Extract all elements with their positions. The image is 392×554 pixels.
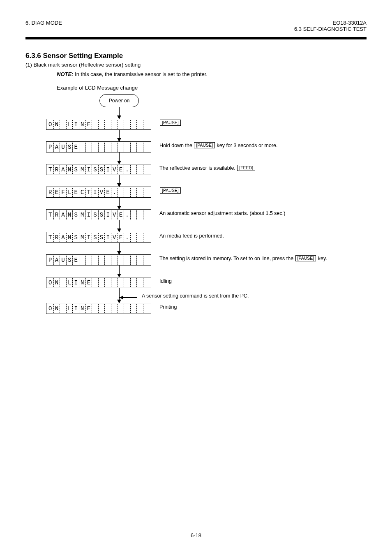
lcd-display: TRANSMISSIVE. — [46, 209, 151, 220]
lcd-cell — [118, 143, 125, 152]
lcd-cell — [143, 233, 150, 242]
flow-row: PAUSE Hold down the [PAUSE] key for 3 se… — [46, 141, 354, 152]
lcd-cell: A — [60, 165, 67, 174]
lcd-cell — [118, 256, 125, 265]
lcd-cell: . — [124, 233, 131, 242]
lcd-cell: E — [86, 120, 92, 129]
lcd-cell — [92, 304, 99, 313]
lcd-cell — [137, 256, 143, 265]
lcd-cell — [131, 278, 137, 287]
example-title: Example of LCD Message change — [57, 85, 367, 91]
lcd-cell: S — [92, 165, 99, 174]
lcd-cell: I — [105, 165, 111, 174]
keycap: [PAUSE] — [160, 120, 181, 126]
lcd-cell — [124, 143, 131, 152]
lcd-cell — [92, 278, 99, 287]
lcd-cell — [143, 256, 150, 265]
lcd-cell: O — [47, 304, 54, 313]
lcd-cell — [111, 256, 118, 265]
start-label: Power on — [109, 98, 130, 104]
flow-row: TRANSMISSIVE. An automatic sensor adjust… — [46, 209, 354, 220]
lcd-cell: S — [99, 210, 105, 219]
lcd-cell: I — [105, 210, 111, 219]
note-label: NOTE: — [57, 71, 73, 77]
lcd-cell: I — [86, 165, 92, 174]
keycap: [FEED] — [237, 165, 255, 171]
lcd-cell: S — [67, 143, 73, 152]
lcd-cell: S — [67, 256, 73, 265]
lcd-cell: E — [73, 188, 79, 197]
lcd-cell — [118, 120, 125, 129]
lcd-cell: E — [118, 165, 125, 174]
lcd-cell — [124, 256, 131, 265]
lcd-cell: I — [86, 210, 92, 219]
lcd-display: ON LINE — [46, 303, 151, 314]
lcd-cell: S — [99, 165, 105, 174]
start-node: Power on — [99, 94, 139, 107]
lcd-cell: L — [67, 188, 73, 197]
lcd-cell: A — [60, 210, 67, 219]
lcd-cell — [143, 188, 150, 197]
lcd-display: REFLECTIVE. — [46, 187, 151, 198]
lcd-cell: T — [47, 210, 54, 219]
lcd-cell: I — [86, 233, 92, 242]
lcd-cell: P — [47, 143, 54, 152]
lcd-cell: M — [79, 210, 86, 219]
lcd-cell: N — [54, 120, 60, 129]
lcd-cell: O — [47, 120, 54, 129]
arrow-down — [119, 265, 120, 277]
lcd-cell: R — [54, 233, 60, 242]
side-input-label: A sensor setting command is sent from th… — [142, 293, 249, 299]
header-doc-id: EO18-33012A — [294, 20, 367, 26]
flow-label: An automatic sensor adjustment starts. (… — [159, 209, 285, 217]
lcd-cell: . — [111, 188, 118, 197]
lcd-cell: T — [47, 233, 54, 242]
lcd-cell — [92, 256, 99, 265]
lcd-cell — [111, 278, 118, 287]
flow-row: TRANSMISSIVE. An media feed is performed… — [46, 232, 354, 243]
lcd-display: TRANSMISSIVE. — [46, 232, 151, 243]
lcd-cell: P — [47, 256, 54, 265]
lcd-cell — [118, 188, 125, 197]
lcd-cell — [143, 165, 150, 174]
lcd-cell: O — [47, 278, 54, 287]
lcd-cell — [99, 304, 105, 313]
note: NOTE: In this case, the transmissive sen… — [57, 71, 367, 77]
lcd-cell — [60, 304, 67, 313]
lcd-cell — [118, 304, 125, 313]
lcd-cell — [111, 304, 118, 313]
lcd-cell — [99, 256, 105, 265]
keycap: [PAUSE] — [160, 187, 181, 194]
lcd-cell: T — [47, 165, 54, 174]
lcd-cell: N — [79, 120, 86, 129]
lcd-cell: A — [54, 256, 60, 265]
lcd-cell — [124, 120, 131, 129]
lcd-cell: V — [111, 233, 118, 242]
keycap: [PAUSE] — [295, 255, 316, 261]
page-number: 6-18 — [0, 532, 392, 538]
arrow-down — [119, 220, 120, 232]
lcd-cell: I — [73, 304, 79, 313]
lcd-cell — [118, 278, 125, 287]
lcd-cell: V — [111, 165, 118, 174]
lcd-cell: N — [79, 304, 86, 313]
flow-row: REFLECTIVE. [PAUSE] — [46, 187, 354, 198]
lcd-cell: N — [67, 233, 73, 242]
lcd-cell: U — [60, 256, 67, 265]
section-subtitle: (1) Black mark sensor (Reflective sensor… — [25, 62, 367, 68]
lcd-cell — [143, 304, 150, 313]
flow-label: [PAUSE] — [159, 187, 181, 194]
lcd-cell: S — [73, 233, 79, 242]
flow-row: ON LINE Idling — [46, 277, 354, 288]
lcd-cell: N — [54, 304, 60, 313]
lcd-cell: E — [54, 188, 60, 197]
lcd-cell — [99, 120, 105, 129]
lcd-cell: I — [92, 188, 99, 197]
lcd-cell — [124, 188, 131, 197]
flow-label: The setting is stored in memory. To set … — [159, 254, 327, 262]
header-divider — [25, 37, 367, 39]
lcd-cell: L — [67, 304, 73, 313]
lcd-cell — [131, 233, 137, 242]
flow-label: [PAUSE] — [159, 119, 181, 127]
lcd-cell — [137, 143, 143, 152]
